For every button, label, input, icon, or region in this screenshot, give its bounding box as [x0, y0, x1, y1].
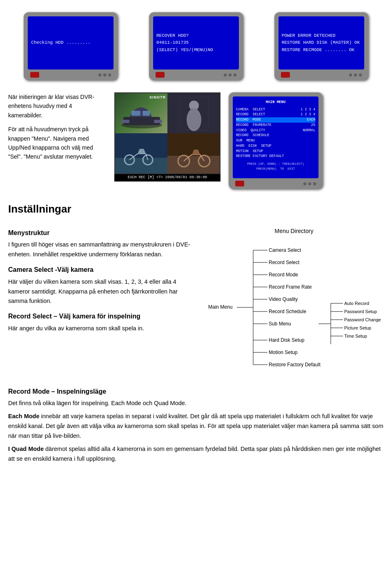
menu-monitor-dots [303, 182, 316, 185]
camera-grid-container: SINOTR [114, 92, 220, 189]
monitor-3-power-button[interactable] [281, 72, 290, 78]
monitor-3-dots [349, 74, 362, 76]
svg-rect-4 [131, 111, 140, 116]
svg-text:Time Setup: Time Setup [344, 334, 367, 338]
menu-monitor-body: MAIN MENU CAMERA SELECT1 2 3 4 RECORD SE… [229, 92, 323, 189]
menu-monitor-power-button[interactable] [235, 181, 244, 186]
menu-item-record-select: RECORD SELECT1 2 3 4 [236, 112, 315, 117]
monitor-1-text: Checking HDD ......... [31, 39, 110, 47]
monitor-2: RECOVER HDD?04811-101735(SELECT) YES/(ME… [149, 12, 243, 80]
monitor-2-base [153, 72, 239, 78]
car-svg [117, 103, 166, 131]
svg-rect-15 [167, 156, 220, 173]
menu-item-hard-disk: HARD DISK SETUP [236, 143, 315, 149]
monitor-3-screen: POWER ERROR DETECHEDRESTORE HARD DISK (M… [278, 16, 364, 69]
record-select-text: Här anger du vilka av kamerorna som skal… [8, 324, 196, 334]
record-mode-title: Record Mode – Inspelningsläge [8, 386, 384, 397]
svg-text:Record Frame Rate: Record Frame Rate [269, 284, 312, 290]
dot-7 [349, 74, 352, 76]
camera-grid: SINOTR [114, 92, 220, 174]
diagram-container: Main Menu Camera Select Record Select Re… [204, 241, 384, 374]
record-select-title: Record Select – Välj kamera för inspelni… [8, 311, 196, 322]
installningar-title: Inställningar [8, 201, 384, 217]
intro-paragraph-1: När initieringen är klar visas DVR-enhet… [8, 92, 106, 120]
svg-rect-2 [121, 120, 129, 123]
menu-item-sub-menu: SUB MENU [236, 138, 315, 143]
svg-text:Picture Setup: Picture Setup [344, 325, 371, 330]
dot-10 [303, 182, 306, 185]
svg-text:Record Mode: Record Mode [269, 272, 298, 278]
dot-12 [313, 182, 316, 185]
two-col-layout: Menystruktur I figuren till höger visas … [8, 223, 384, 374]
content-row: När initieringen är klar visas DVR-enhet… [0, 88, 392, 193]
menu-item-record-framerate: RECORD FRAMERATE25 [236, 123, 315, 128]
menu-item-motion-setup: MOTION SETUP [236, 149, 315, 154]
menu-monitor: MAIN MENU CAMERA SELECT1 2 3 4 RECORD SE… [229, 92, 323, 189]
svg-text:Restore Factory Default: Restore Factory Default [269, 362, 321, 368]
monitor-2-power-button[interactable] [156, 72, 165, 78]
monitor-1-dots [98, 74, 111, 76]
monitor-3-text: POWER ERROR DETECHEDRESTORE HARD DISK (M… [282, 32, 361, 54]
installningar-section: Inställningar Menystruktur I figuren til… [0, 193, 392, 378]
text-column: Menystruktur I figuren till höger visas … [8, 223, 196, 374]
menu-item-record-schedule: RECORD SCHEDULE [236, 133, 315, 138]
dot-1 [98, 74, 101, 76]
record-mode-section: Record Mode – Inspelningsläge Det finns … [0, 378, 392, 468]
monitor-3: POWER ERROR DETECHEDRESTORE HARD DISK (M… [274, 12, 368, 80]
svg-text:Video Quality: Video Quality [269, 296, 298, 302]
menu-screen-hint-1: PRESS (UP, DOWN) : THEN(SELECT) PRESS(ME… [236, 161, 315, 171]
monitor-2-screen: RECOVER HDD?04811-101735(SELECT) YES/(ME… [153, 16, 239, 69]
monitor-1-power-button[interactable] [30, 72, 39, 78]
svg-text:Password Change: Password Change [344, 317, 381, 322]
monitors-row: Checking HDD ......... RECOVER HDD?04811… [0, 0, 392, 88]
scene-svg-3 [115, 133, 167, 173]
monitor-2-body: RECOVER HDD?04811-101735(SELECT) YES/(ME… [149, 12, 243, 80]
dot-4 [224, 74, 227, 76]
diagram-main-menu-label: Main Menu [208, 304, 232, 310]
monitor-2-dots [224, 74, 236, 76]
dot-5 [229, 74, 232, 76]
quad-mode-label: I Quad Mode [8, 446, 44, 452]
monitor-1-screen: Checking HDD ......... [28, 16, 114, 69]
each-mode-label: Each Mode [8, 413, 40, 419]
menu-item-video-quality: VIDEO QUALITYNORMAL [236, 128, 315, 133]
dot-11 [308, 182, 311, 185]
monitor-1: Checking HDD ......... [24, 12, 118, 80]
svg-text:Record Schedule: Record Schedule [269, 309, 306, 314]
menu-item-camera-select: CAMERA SELECT1 2 3 4 [236, 107, 315, 112]
dot-3 [108, 74, 111, 76]
svg-text:Password Setup: Password Setup [344, 309, 377, 314]
scene-svg-4 [167, 133, 220, 173]
svg-point-8 [187, 108, 201, 131]
menu-item-restore-factory: RESTORE FACTORY DEFAULT [236, 154, 315, 159]
diagram-title: Menu Directory [204, 227, 384, 235]
menu-monitor-base [233, 181, 318, 186]
menystruktur-text: I figuren till höger visas en sammanfatt… [8, 240, 196, 260]
menu-diagram-column: Menu Directory Main Menu Camera Select R… [204, 223, 384, 374]
dot-2 [103, 74, 106, 76]
person-svg [167, 93, 220, 133]
svg-text:Motion Setup: Motion Setup [269, 350, 298, 355]
menu-screen-title: MAIN MENU [236, 100, 315, 105]
intro-text-block: När initieringen är klar visas DVR-enhet… [8, 92, 106, 189]
svg-text:Camera Select: Camera Select [269, 247, 301, 253]
svg-rect-3 [154, 120, 162, 123]
camera-status-bar: EACH REC [M] <T> 2008/08/01 08:30:00 [114, 174, 220, 182]
dot-6 [234, 74, 236, 76]
svg-text:Hard Disk Setup: Hard Disk Setup [269, 337, 305, 343]
menu-item-record-mode: RECORD MODEEACH [236, 117, 315, 123]
record-mode-intro: Det finns två olika lägen för inspelning… [8, 399, 384, 408]
monitor-1-base [28, 72, 114, 78]
each-mode-paragraph: Each Mode innebär att varje kamera spela… [8, 412, 384, 441]
each-mode-text: innebär att varje kamera spelas in separ… [8, 413, 383, 439]
svg-text:Auto Record: Auto Record [344, 301, 369, 306]
menystruktur-title: Menystruktur [8, 228, 196, 238]
quad-mode-text: däremot spelas alltid alla 4 kamerorna i… [8, 446, 381, 462]
monitor-2-text: RECOVER HDD?04811-101735(SELECT) YES/(ME… [156, 32, 236, 54]
dot-8 [354, 74, 357, 76]
quad-mode-paragraph: I Quad Mode däremot spelas alltid alla 4… [8, 444, 384, 464]
camera-select-title: Camera Select -Välj kamera [8, 264, 196, 275]
svg-text:Sub Menu: Sub Menu [269, 321, 291, 327]
svg-text:Record Select: Record Select [269, 260, 300, 265]
camera-cell-1: SINOTR [115, 93, 167, 133]
